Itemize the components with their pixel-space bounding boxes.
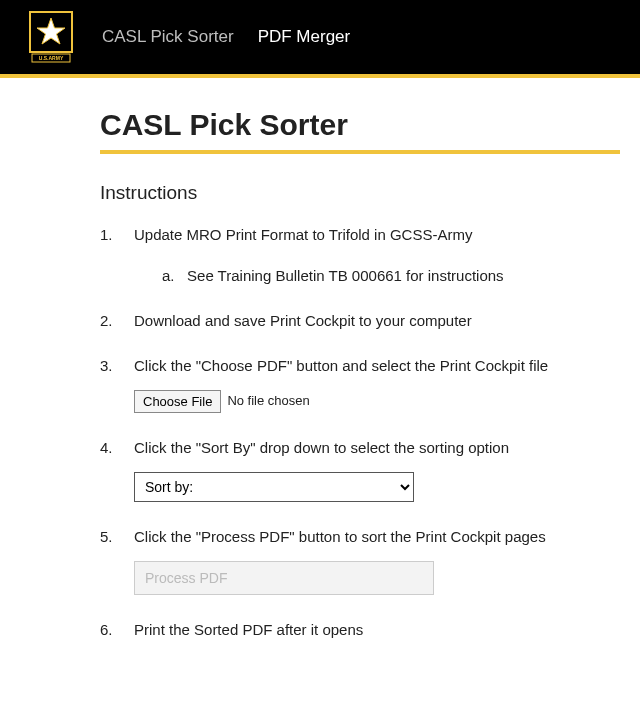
step-1: Update MRO Print Format to Trifold in GC…	[100, 224, 620, 286]
step-3: Click the "Choose PDF" button and select…	[100, 355, 620, 413]
step-4: Click the "Sort By" drop down to select …	[100, 437, 620, 502]
step-5-text: Click the "Process PDF" button to sort t…	[134, 528, 546, 545]
step-1-text: Update MRO Print Format to Trifold in GC…	[134, 226, 472, 243]
instructions-heading: Instructions	[100, 182, 620, 204]
process-pdf-button[interactable]: Process PDF	[134, 561, 434, 595]
content: CASL Pick Sorter Instructions Update MRO…	[0, 78, 640, 684]
step-6: Print the Sorted PDF after it opens	[100, 619, 620, 640]
nav-casl-pick-sorter[interactable]: CASL Pick Sorter	[102, 27, 234, 47]
sort-by-select[interactable]: Sort by:	[134, 472, 414, 502]
file-status: No file chosen	[227, 392, 309, 410]
nav: CASL Pick Sorter PDF Merger	[102, 27, 350, 47]
step-1a-text: See Training Bulletin TB 000661 for inst…	[187, 267, 504, 284]
step-6-text: Print the Sorted PDF after it opens	[134, 621, 363, 638]
page-title: CASL Pick Sorter	[100, 108, 620, 142]
step-3-text: Click the "Choose PDF" button and select…	[134, 357, 548, 374]
step-4-text: Click the "Sort By" drop down to select …	[134, 439, 509, 456]
header: U.S.ARMY CASL Pick Sorter PDF Merger	[0, 0, 640, 78]
instructions-list: Update MRO Print Format to Trifold in GC…	[100, 224, 620, 640]
step-5: Click the "Process PDF" button to sort t…	[100, 526, 620, 595]
step-2: Download and save Print Cockpit to your …	[100, 310, 620, 331]
title-rule	[100, 150, 620, 154]
army-logo: U.S.ARMY	[28, 10, 74, 64]
file-input-row: Choose File No file chosen	[134, 390, 620, 413]
step-2-text: Download and save Print Cockpit to your …	[134, 312, 472, 329]
choose-file-button[interactable]: Choose File	[134, 390, 221, 413]
step-1a: See Training Bulletin TB 000661 for inst…	[134, 265, 620, 286]
nav-pdf-merger[interactable]: PDF Merger	[258, 27, 351, 47]
svg-text:U.S.ARMY: U.S.ARMY	[39, 55, 64, 61]
